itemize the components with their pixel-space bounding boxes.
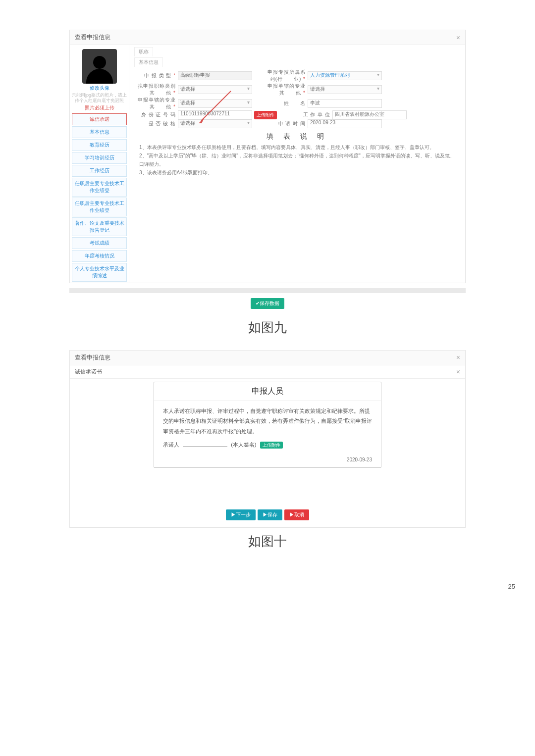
lbl-type: 申 报 类 型 xyxy=(134,72,178,79)
menu-item-10[interactable]: 个人专业技术水平及业绩综述 xyxy=(72,263,127,282)
menu-item-1[interactable]: 基本信息 xyxy=(72,126,127,138)
tabs: 职称 基本信息 xyxy=(134,47,460,67)
lbl-unit: 工 作 单 位 xyxy=(289,111,332,118)
menu-item-9[interactable]: 年度考核情况 xyxy=(72,250,127,262)
close-icon[interactable]: × xyxy=(456,34,460,42)
letter-body-text: 本人承诺在职称申报、评审过程中，自觉遵守职称评审有关政策规定和纪律要求。所提交的… xyxy=(163,408,372,435)
menu-item-6[interactable]: 任职后主要专业技术工作业绩登 xyxy=(72,198,127,216)
sign-line xyxy=(183,446,227,447)
grey-bar xyxy=(69,288,466,293)
save-button[interactable]: ✔保存数据 xyxy=(251,298,284,309)
explain-title: 填 表 说 明 xyxy=(134,132,460,141)
letter-date: 2020-09-23 xyxy=(154,455,381,467)
val-unit: 四川省农村能源办公室 xyxy=(332,110,407,119)
tab-0[interactable]: 职称 xyxy=(134,47,153,56)
save-button-2[interactable]: ▶保存 xyxy=(258,509,282,520)
lbl-cat: 拟申报职称类别其 他 xyxy=(134,83,178,97)
commitment-letter: 申报人员 本人承诺在职称申报、评审过程中，自觉遵守职称评审有关政策规定和纪律要求… xyxy=(154,382,381,468)
lbl-spec2: 申报单辖的专业其 他 xyxy=(134,97,178,110)
menu-item-2[interactable]: 教育经历 xyxy=(72,139,127,151)
sign-suffix: (本人签名) xyxy=(231,442,256,448)
lbl-date: 申 请 时 间 xyxy=(264,120,308,127)
explain-line-2: 3、该表请务必用A4纸双面打印。 xyxy=(139,168,455,177)
close-icon-3[interactable]: × xyxy=(456,368,460,376)
explain-line-1: 2、"高中及以上学历"的"毕（肄、结）业时间"，应将非选择项用笔划去；"懂何种外… xyxy=(139,151,455,168)
lbl-series: 申报专技所属系列(行 业) xyxy=(264,69,308,83)
side-menu: 诚信承诺 基本信息 教育经历 学习培训经历 工作经历 任职后主要专业技术工作业绩… xyxy=(70,113,129,282)
val-date: 2020-09-23 xyxy=(308,119,382,128)
menu-item-0[interactable]: 诚信承诺 xyxy=(72,113,127,125)
upload-hint: 照片必须上传 xyxy=(70,104,129,111)
panel2-title: 查看申报信息 xyxy=(75,353,110,362)
sign-prefix: 承诺人 xyxy=(163,442,179,448)
avatar[interactable] xyxy=(82,49,117,84)
panel1-title: 查看申报信息 xyxy=(75,33,110,42)
lbl-name: 姓 名 xyxy=(264,100,308,107)
sidebar: 修改头像 只能用jpg格式的照片，请上传个人红底白底寸免冠照 照片必须上传 诚信… xyxy=(70,45,129,283)
tab-1[interactable]: 基本信息 xyxy=(134,57,163,67)
val-id: 110101199003072711 xyxy=(178,110,252,119)
figure-caption-9: 如图九 xyxy=(69,319,466,336)
val-type: 高级职称申报 xyxy=(178,71,252,80)
close-icon-2[interactable]: × xyxy=(456,353,460,361)
panel-commitment: 查看申报信息 × 诚信承诺书 × 申报人员 本人承诺在职称申报、评审过程中，自觉… xyxy=(69,350,466,528)
sel-spec2[interactable]: 请选择 xyxy=(178,99,252,108)
sel-break[interactable]: 请选择 xyxy=(178,119,252,128)
cancel-button[interactable]: ▶取消 xyxy=(284,509,309,520)
upload-attachment-btn[interactable]: 上传附件 xyxy=(254,111,277,119)
next-button[interactable]: ▶下一步 xyxy=(226,509,256,520)
val-name: 李波 xyxy=(308,99,382,108)
sel-cat[interactable]: 请选择 xyxy=(178,85,252,94)
explain-text: 1、本表供评审专业技术职务任职资格使用，且要存档。填写内容要具体、真实、清楚，且… xyxy=(134,143,460,181)
menu-item-7[interactable]: 著作、论文及重要技术报告登记 xyxy=(72,217,127,236)
sel-spec[interactable]: 请选择 xyxy=(308,85,382,94)
letter-body: 本人承诺在职称申报、评审过程中，自觉遵守职称评审有关政策规定和纪律要求。所提交的… xyxy=(154,401,381,455)
panel2-subtitle: 诚信承诺书 xyxy=(75,368,102,376)
explain-line-0: 1、本表供评审专业技术职务任职资格使用，且要存档。填写内容要具体、真实、清楚，且… xyxy=(139,143,455,151)
lbl-break: 是 否 破 格 xyxy=(134,120,178,127)
panel-view-info: 查看申报信息 × 修改头像 只能用jpg格式的照片，请上传个人红底白底寸免冠照 … xyxy=(69,30,466,283)
menu-item-5[interactable]: 任职后主要专业技术工作业绩登 xyxy=(72,178,127,197)
letter-title: 申报人员 xyxy=(154,382,381,401)
lbl-id: 身 份 证 号 码 xyxy=(134,111,178,118)
menu-item-8[interactable]: 考试成绩 xyxy=(72,237,127,249)
menu-item-3[interactable]: 学习培训经历 xyxy=(72,152,127,164)
avatar-note: 只能用jpg格式的照片，请上传个人红底白底寸免冠照 xyxy=(70,92,129,104)
menu-item-4[interactable]: 工作经历 xyxy=(72,165,127,177)
lbl-spec: 申报单辖的专业其 他 xyxy=(264,83,308,97)
sel-series[interactable]: 人力资源管理系列 xyxy=(308,71,382,80)
page-number: 25 xyxy=(0,574,535,599)
sign-upload-btn[interactable]: 上传附件 xyxy=(260,442,283,449)
figure-caption-10: 如图十 xyxy=(69,533,466,550)
avatar-caption[interactable]: 修改头像 xyxy=(70,85,129,92)
